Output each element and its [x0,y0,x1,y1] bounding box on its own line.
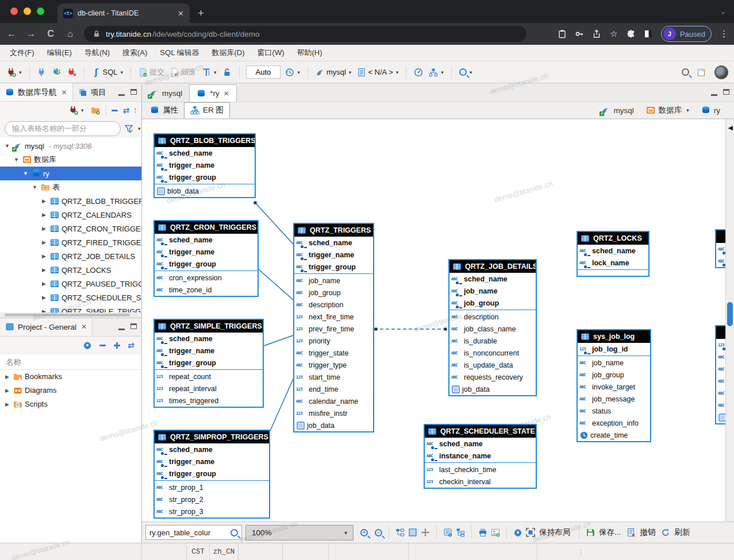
entity-column-trigger_name[interactable]: ABCtrigger_name [155,159,255,171]
subtab-properties[interactable]: 属性 [144,102,184,118]
view-menu-icon[interactable]: ⁞ [134,106,136,115]
tree-item-qrtz-scheduler-state[interactable]: ▶QRTZ_SCHEDULER_STATE [0,291,141,304]
entity-column-requests_recovery[interactable]: ABCrequests_recovery [449,371,536,383]
tree-item-qrtz-paused-trigger-grps[interactable]: ▶QRTZ_PAUSED_TRIGGER_GRPS [0,277,141,291]
chevron-right-icon[interactable]: ▶ [3,401,11,407]
entity-column-sched_name[interactable]: ABCsched_name [449,273,536,285]
entity-column-trigger_group[interactable]: ABCtrigger_group [155,357,263,369]
entity-column-trigger_type[interactable]: ABCtrigger_type [294,359,373,371]
menu-item-3[interactable]: 搜索(A) [117,46,152,60]
entity-column-sched_name[interactable]: ABCsched_name [294,237,373,249]
perspective-icon[interactable] [697,68,706,77]
chevron-right-icon[interactable]: ▶ [40,267,48,273]
new-connection-button[interactable]: ▾ [6,66,23,79]
entity-qrtz_cron_triggers[interactable]: QRTZ_CRON_TRIGGERSABCsched_nameABCtrigge… [153,220,259,297]
zoom-in-icon[interactable]: + [360,529,368,536]
entity-column-trigger_name[interactable]: ABCtrigger_name [155,246,258,258]
entity-column-sched_name[interactable]: ABCsched_name [155,333,263,345]
close-icon[interactable]: ✕ [81,323,87,331]
entity-column-trigger_name[interactable]: ABCtrigger_name [155,345,263,357]
entity-column-sched_name[interactable]: ABCsched_name [155,147,255,159]
zoom-level-select[interactable]: 100%▾ [245,525,353,540]
entity-column-trigger_state[interactable]: ABCtrigger_state [294,347,373,359]
entity-column-trigger_name[interactable]: ABCtrigger_name [294,249,373,261]
close-icon[interactable]: ✕ [224,90,229,98]
entity-column-instance_name[interactable]: ABCinstance_name [425,450,536,462]
entity-column-job_group[interactable]: ABCjob_group [449,297,536,309]
entity-column-str_prop_2[interactable]: ABCstr_prop_2 [155,493,269,505]
entity-column-is_durable[interactable]: ABCis_durable [449,335,536,347]
entity-column-cron_expression[interactable]: ABCcron_expression [155,272,258,284]
project-item-bookmarks[interactable]: ▶Bookmarks [0,370,141,384]
entity-column-description[interactable]: ABCdescription [294,299,373,311]
export-image-icon[interactable] [491,528,500,537]
global-search-icon[interactable] [682,68,689,76]
reload-icon[interactable]: C [45,29,56,39]
collapse-all-icon[interactable] [111,107,118,114]
chevron-down-icon[interactable]: ▼ [3,143,11,149]
tree-hscrollbar[interactable] [0,312,141,318]
table-search-input[interactable] [5,121,121,136]
rollback-button[interactable]: 回滚 [169,65,197,79]
entity-column-prev_fire_time[interactable]: 123prev_fire_time [294,323,373,335]
entity-column-job_name[interactable]: ABCjob_name [294,275,373,287]
entity-column-is_nonconcurrent[interactable]: ABCis_nonconcurrent [449,347,536,359]
menu-item-4[interactable]: SQL 编辑器 [155,46,204,60]
diagram-hierarchy-icon[interactable] [456,528,465,537]
tab-close-icon[interactable]: ✕ [178,9,184,18]
sql-editor-button[interactable]: ʃSQL▾ [91,66,125,79]
minimize-editor-icon[interactable] [711,94,717,96]
entity-partial-0[interactable]: ABCABC [715,229,725,268]
print-icon[interactable] [478,528,487,537]
chevron-right-icon[interactable]: ▶ [40,240,48,245]
share-icon[interactable] [592,29,601,38]
entity-column-job_log_id[interactable]: 123job_log_id [578,343,650,355]
chevron-down-icon[interactable]: ▼ [13,157,20,163]
chevron-right-icon[interactable]: ▶ [40,226,48,231]
tree-item-qrtz-cron-triggers[interactable]: ▶QRTZ_CRON_TRIGGERS [0,222,141,235]
entity-column-trigger_group[interactable]: ABCtrigger_group [155,171,255,183]
tab-overflow-chevron-icon[interactable]: ⌄ [721,8,726,16]
auto-commit-button[interactable]: Auto [246,65,281,79]
entity-column-create_time[interactable]: create_time [578,429,650,441]
entity-column-trigger_group[interactable]: ABCtrigger_group [294,261,373,273]
entity-column-times_triggered[interactable]: 123times_triggered [155,395,263,407]
chevron-right-icon[interactable]: ▶ [40,295,48,300]
collapse-all-icon[interactable] [99,342,106,349]
gear-icon[interactable] [83,341,92,350]
project-item-diagrams[interactable]: ▶Diagrams [0,384,141,397]
entity-column-trigger_group[interactable]: ABCtrigger_group [155,258,258,270]
new-folder-button[interactable] [90,104,101,117]
minimize-window-button[interactable] [24,7,31,15]
pan-mode-icon[interactable] [421,528,430,537]
new-connection-small-button[interactable]: ▾ [68,104,85,117]
undo-doc-icon[interactable] [627,528,636,537]
entity-column-start_time[interactable]: 123start_time [294,371,373,383]
menu-item-2[interactable]: 导航(N) [79,46,115,60]
save-button[interactable]: 保存... [599,527,621,538]
filter-dropdown-icon[interactable]: ▾ [138,126,141,132]
maximize-editor-icon[interactable] [723,89,729,95]
entity-header[interactable]: sys_job_log [578,330,650,343]
tree-item-qrtz-blob-triggers[interactable]: ▶QRTZ_BLOB_TRIGGERS [0,194,141,208]
entity-qrtz_blob_triggers[interactable]: QRTZ_BLOB_TRIGGERSABCsched_nameABCtrigge… [153,133,256,198]
minimize-panel-icon[interactable] [118,329,125,330]
tree-item-ry[interactable]: ▼ry [0,167,141,180]
entity-column-sched_name[interactable]: ABCsched_name [425,438,536,450]
refresh-icon[interactable] [661,528,670,537]
password-key-icon[interactable] [575,29,584,38]
chevron-right-icon[interactable]: ▶ [40,281,48,287]
menu-item-6[interactable]: 窗口(W) [252,46,290,60]
dropdown-chevron-icon[interactable]: ▾ [686,107,689,113]
reading-list-icon[interactable] [644,29,653,38]
chevron-right-icon[interactable]: ▶ [3,374,11,380]
entity-column-trigger_group[interactable]: ABCtrigger_group [155,468,269,480]
canvas-vscrollbar[interactable] [725,119,734,522]
entity-column-job_data[interactable]: job_data [449,383,536,395]
entity-qrtz_simprop_triggers[interactable]: QRTZ_SIMPROP_TRIGGERSABCsched_nameABCtri… [153,430,270,519]
extensions-puzzle-icon[interactable] [627,29,636,38]
bookmark-star-icon[interactable]: ☆ [609,29,618,38]
grid-toggle-icon[interactable] [408,528,417,537]
keep-layout-frame-icon[interactable] [526,528,535,537]
entity-column-sched_name[interactable]: ABCsched_name [155,234,258,246]
